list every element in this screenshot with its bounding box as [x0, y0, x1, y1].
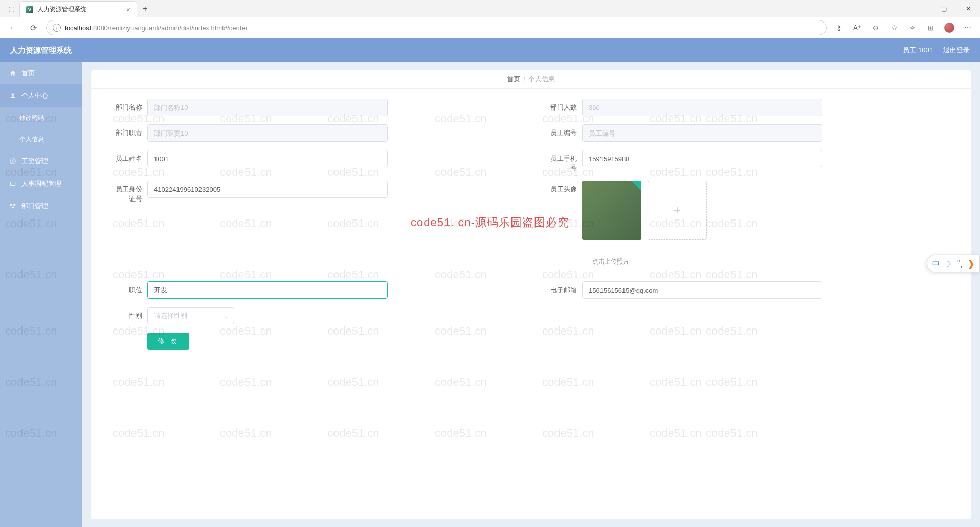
label-email: 电子邮箱 [546, 281, 582, 295]
key-icon[interactable]: ⚷ [832, 20, 846, 35]
url-port: :8080 [91, 24, 108, 32]
tab-title: 人力资源管理系统 [37, 5, 122, 14]
svg-rect-6 [12, 207, 14, 208]
toolbar-icons: ⚷ A⁺ ⊖ ☆ ✧ ⊞ ⋯ [832, 20, 975, 35]
sidebar-item-dept[interactable]: 部门管理 [0, 195, 82, 217]
favorite-icon[interactable]: ☆ [887, 20, 901, 35]
dept-icon [9, 203, 16, 210]
comma-icon[interactable]: °, [956, 258, 963, 269]
input-emp-phone[interactable] [582, 150, 822, 167]
extensions-icon[interactable]: ⊞ [924, 20, 938, 35]
select-placeholder: 请选择性别 [154, 311, 187, 320]
new-tab-button[interactable]: + [138, 2, 152, 16]
avatar-preview[interactable] [582, 181, 641, 240]
sidebar-label: 首页 [21, 69, 35, 78]
input-position[interactable] [147, 281, 388, 299]
read-aloud-icon[interactable]: A⁺ [850, 20, 864, 35]
sidebar-sub-label: 修改密码 [19, 114, 44, 122]
svg-rect-5 [13, 204, 15, 206]
tab-overview-icon[interactable]: ▢ [4, 2, 18, 16]
main-content: 首页 / 个人信息 部门名称 部门人数 [82, 62, 980, 527]
input-emp-no [582, 124, 822, 142]
close-tab-icon[interactable]: × [126, 6, 130, 14]
select-gender[interactable]: 请选择性别 ⌵ [147, 307, 234, 324]
moon-icon[interactable]: ☽ [945, 259, 951, 268]
sidebar-item-profile[interactable]: 个人中心 [0, 84, 82, 107]
input-emp-id[interactable] [147, 181, 388, 198]
maximize-button[interactable]: ▢ [932, 1, 955, 17]
content-card: 首页 / 个人信息 部门名称 部门人数 [91, 70, 971, 519]
chevron-down-icon: ⌵ [224, 312, 228, 320]
browser-tab[interactable]: V 人力资源管理系统 × [19, 1, 137, 17]
sidebar-label: 工资管理 [21, 157, 48, 166]
url-input[interactable]: i localhost:8080/renliziyuanguanli/admin… [46, 20, 827, 35]
label-dept-count: 部门人数 [546, 99, 582, 112]
home-icon [9, 70, 16, 77]
label-dept-name: 部门名称 [112, 99, 147, 112]
transfer-icon [9, 180, 16, 187]
user-icon [9, 92, 16, 99]
input-emp-name[interactable] [147, 150, 388, 167]
sidebar-label: 个人中心 [21, 91, 48, 100]
app-root: 人力资源管理系统 员工 1001 退出登录 首页 个人中心 修改密码 个人信息 … [0, 38, 980, 527]
sidebar-label: 部门管理 [21, 202, 48, 211]
collections-icon[interactable]: ✧ [905, 20, 920, 35]
label-gender: 性别 [112, 307, 147, 320]
browser-chrome: ▢ V 人力资源管理系统 × + — ▢ ✕ ← ⟳ i localhost:8… [0, 0, 980, 38]
sidebar-item-home[interactable]: 首页 [0, 62, 82, 84]
svg-text:¥: ¥ [12, 159, 14, 163]
input-dept-name [147, 99, 388, 116]
logout-button[interactable]: 退出登录 [943, 46, 970, 55]
sidebar-item-salary[interactable]: ¥ 工资管理 [0, 150, 82, 172]
sidebar: 首页 个人中心 修改密码 个人信息 ¥ 工资管理 人事调配管理 部 [0, 62, 82, 527]
refresh-button[interactable]: ⟳ [26, 20, 41, 35]
label-emp-no: 员工编号 [546, 124, 582, 138]
app-title: 人力资源管理系统 [10, 46, 72, 55]
label-emp-phone: 员工手机号 [546, 150, 582, 172]
label-emp-name: 员工姓名 [112, 150, 147, 163]
site-info-icon[interactable]: i [53, 24, 61, 32]
sidebar-sub-profileinfo[interactable]: 个人信息 [0, 128, 82, 150]
breadcrumb-current: 个人信息 [528, 75, 555, 84]
favicon-icon: V [26, 6, 33, 13]
app-body: 首页 个人中心 修改密码 个人信息 ¥ 工资管理 人事调配管理 部 [0, 62, 980, 527]
close-window-button[interactable]: ✕ [956, 1, 980, 17]
tab-bar: ▢ V 人力资源管理系统 × + — ▢ ✕ [0, 0, 980, 17]
current-user-label: 员工 1001 [903, 46, 933, 55]
window-controls: — ▢ ✕ [907, 1, 980, 17]
input-dept-duty [147, 124, 388, 142]
profile-icon[interactable] [942, 20, 956, 35]
sidebar-label: 人事调配管理 [21, 179, 61, 188]
breadcrumb-separator: / [523, 75, 525, 83]
input-dept-count [582, 99, 822, 116]
sidebar-item-hr[interactable]: 人事调配管理 [0, 172, 82, 195]
sidebar-sub-changepwd[interactable]: 修改密码 [0, 107, 82, 128]
avatar-upload-button[interactable]: + [648, 181, 707, 240]
url-host: localhost [65, 24, 91, 32]
label-emp-id: 员工身份证号 [112, 181, 147, 203]
breadcrumb-home[interactable]: 首页 [507, 75, 520, 84]
svg-point-0 [12, 93, 14, 96]
app-header: 人力资源管理系统 员工 1001 退出登录 [0, 38, 980, 62]
back-button[interactable]: ← [5, 20, 20, 35]
input-email[interactable] [582, 281, 822, 299]
ime-float-bar[interactable]: 中 ☽ °, ❯ [927, 255, 980, 273]
upload-hint: 点击上传照片 [546, 257, 629, 266]
plus-icon: + [674, 203, 681, 217]
arrow-right-icon[interactable]: ❯ [968, 259, 974, 269]
more-icon[interactable]: ⋯ [961, 20, 975, 35]
form: 部门名称 部门人数 部门职责 [91, 89, 971, 360]
zoom-icon[interactable]: ⊖ [868, 20, 883, 35]
label-avatar: 员工头像 [546, 181, 582, 240]
url-path: /renliziyuanguanli/admin/dist/index.html… [108, 24, 248, 32]
address-bar: ← ⟳ i localhost:8080/renliziyuanguanli/a… [0, 17, 980, 38]
breadcrumb: 首页 / 个人信息 [91, 70, 971, 89]
ime-cn-label[interactable]: 中 [932, 259, 940, 268]
submit-button[interactable]: 修 改 [147, 333, 189, 350]
svg-rect-4 [10, 204, 12, 206]
label-dept-duty: 部门职责 [112, 124, 147, 138]
money-icon: ¥ [9, 158, 16, 165]
label-position: 职位 [112, 281, 147, 295]
svg-rect-3 [10, 182, 15, 186]
minimize-button[interactable]: — [907, 1, 931, 17]
